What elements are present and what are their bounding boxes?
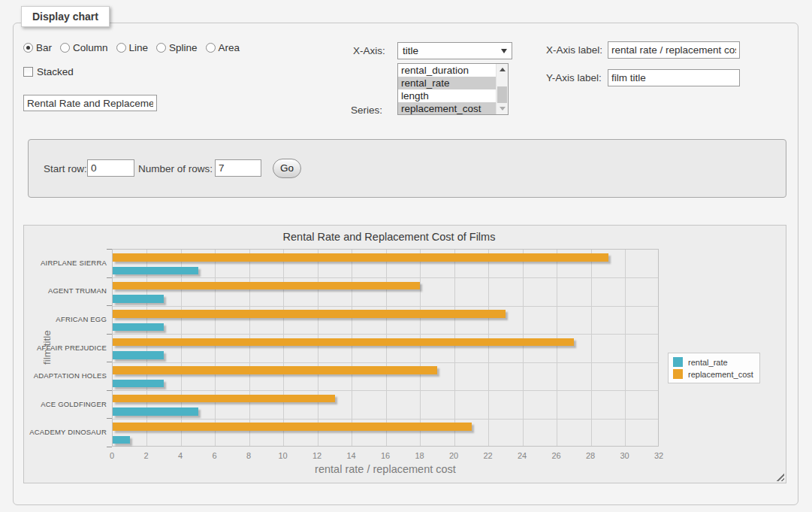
gridline	[318, 250, 318, 446]
y-tick-icon	[107, 249, 112, 250]
bar-replacement_cost	[113, 395, 335, 403]
category-label: AIRPLANE SIERRA	[24, 259, 107, 267]
y-tick-icon	[107, 390, 112, 391]
y-axis-title: film title	[41, 330, 53, 365]
radio-icon[interactable]	[60, 43, 70, 53]
gridline	[454, 250, 455, 446]
x-tick-label: 8	[237, 451, 260, 460]
chart-type-radio-group: BarColumnLineSplineArea	[23, 42, 240, 53]
y-axis-label-input[interactable]	[608, 69, 740, 86]
x-tick-label: 14	[340, 451, 363, 460]
gridline	[113, 419, 658, 420]
series-option-length[interactable]: length	[398, 89, 508, 102]
bar-replacement_cost	[113, 310, 506, 318]
x-axis-select[interactable]: title	[397, 42, 512, 59]
category-label: ACADEMY DINOSAUR	[24, 428, 107, 436]
chevron-down-icon	[501, 49, 507, 53]
gridline	[283, 250, 284, 446]
legend-label: rental_rate	[688, 358, 728, 367]
gridline	[113, 306, 658, 307]
series-option-rental_rate[interactable]: rental_rate	[398, 77, 508, 89]
radio-icon[interactable]	[23, 43, 33, 53]
number-of-rows-caption: Number of rows:	[138, 163, 213, 174]
x-tick-label: 24	[511, 451, 533, 460]
category-label: AGENT TRUMAN	[24, 286, 107, 295]
y-tick-icon	[107, 447, 112, 447]
bar-rental_rate	[113, 351, 164, 359]
radio-label: Line	[129, 42, 149, 53]
gridline	[420, 250, 421, 446]
legend-row: rental_rate	[673, 357, 753, 367]
radio-label: Column	[73, 42, 108, 53]
x-axis-caption: X-Axis:	[353, 45, 385, 56]
gridline	[181, 250, 182, 446]
bar-rental_rate	[113, 407, 198, 416]
stacked-checkbox[interactable]	[23, 67, 33, 77]
radio-label: Bar	[36, 42, 52, 53]
x-axis-title: rental rate / replacement cost	[315, 463, 456, 475]
chart-title: Rental Rate and Replacement Cost of Film…	[24, 231, 754, 243]
y-tick-icon	[107, 362, 112, 362]
x-axis-label-caption: X-Axis label:	[546, 44, 602, 56]
series-caption: Series:	[351, 105, 382, 116]
plot-grid	[112, 249, 659, 447]
chart-legend: rental_ratereplacement_cost	[668, 353, 760, 383]
x-tick-label: 32	[647, 451, 670, 460]
series-option-replacement_cost[interactable]: replacement_cost	[398, 102, 508, 115]
bar-replacement_cost	[113, 338, 574, 347]
y-tick-icon	[107, 418, 112, 419]
chart-type-radio-column[interactable]: Column	[60, 42, 108, 53]
chart-container: Rental Rate and Replacement Cost of Film…	[23, 225, 786, 483]
x-axis-select-value: title	[403, 45, 418, 56]
x-tick-label: 2	[135, 451, 158, 460]
x-tick-label: 20	[442, 451, 465, 460]
series-multiselect[interactable]: rental_durationrental_ratelengthreplacem…	[397, 63, 509, 115]
gridline	[386, 250, 387, 446]
radio-icon[interactable]	[156, 43, 166, 53]
start-row-input[interactable]	[87, 159, 134, 177]
bar-replacement_cost	[113, 282, 420, 290]
series-option-rental_duration[interactable]: rental_duration	[398, 64, 508, 77]
x-tick-label: 4	[169, 451, 192, 460]
gridline	[113, 277, 658, 278]
y-tick-icon	[107, 277, 112, 278]
x-tick-label: 12	[306, 451, 328, 460]
chart-type-radio-bar[interactable]: Bar	[23, 42, 52, 53]
number-of-rows-input[interactable]	[215, 159, 261, 177]
gridline	[113, 334, 658, 335]
gridline	[113, 390, 658, 391]
legend-label: replacement_cost	[688, 370, 753, 379]
x-tick-label: 30	[614, 451, 636, 460]
gridline	[488, 250, 489, 446]
bar-replacement_cost	[113, 423, 472, 431]
resize-handle-icon[interactable]	[776, 473, 784, 481]
radio-icon[interactable]	[206, 43, 216, 53]
scroll-up-icon[interactable]	[497, 64, 508, 75]
chart-type-radio-spline[interactable]: Spline	[156, 42, 198, 53]
category-label: AFFAIR PREJUDICE	[24, 344, 107, 352]
gridline	[352, 250, 352, 446]
scroll-down-icon[interactable]	[497, 103, 508, 114]
gridline	[146, 250, 147, 446]
bar-rental_rate	[113, 380, 164, 388]
gridline	[249, 250, 250, 446]
x-tick-label: 0	[101, 451, 123, 460]
fieldset-legend: Display chart	[21, 6, 110, 27]
chart-type-radio-area[interactable]: Area	[206, 42, 240, 53]
category-label: AFRICAN EGG	[24, 315, 107, 323]
bar-replacement_cost	[113, 366, 437, 374]
radio-icon[interactable]	[116, 43, 126, 53]
x-axis-label-input[interactable]	[608, 41, 740, 59]
stacked-label: Stacked	[37, 66, 74, 77]
go-button[interactable]: Go	[273, 159, 301, 178]
category-label: ADAPTATION HOLES	[24, 371, 107, 380]
legend-swatch-rental_rate	[673, 357, 683, 367]
y-tick-icon	[107, 334, 112, 335]
start-row-caption: Start row:	[44, 163, 87, 174]
bar-replacement_cost	[113, 253, 608, 262]
chart-title-input[interactable]	[23, 95, 157, 111]
series-scrollbar[interactable]	[496, 64, 508, 114]
x-tick-label: 10	[272, 451, 294, 460]
chart-type-radio-line[interactable]: Line	[116, 42, 149, 53]
scrollbar-thumb[interactable]	[497, 86, 507, 103]
